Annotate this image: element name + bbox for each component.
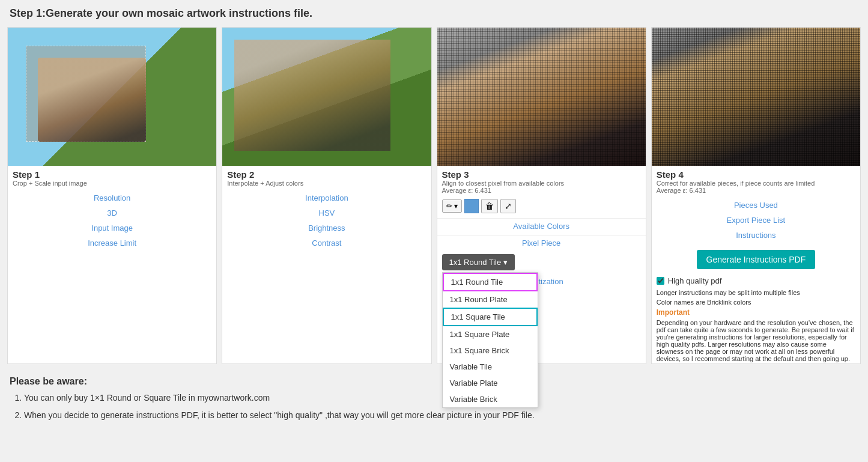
step1-controls: Resolution 3D Input Image Increase Limit [8,188,216,253]
3d-link[interactable]: 3D [8,205,216,220]
notice-list: You can only buy 1×1 Round or Square Til… [10,392,858,422]
contrast-link[interactable]: Contrast [222,236,431,251]
generate-instructions-btn[interactable]: Generate Instructions PDF [697,250,816,269]
step3-image [437,28,646,166]
expand-btn[interactable]: ⤢ [500,199,516,213]
hsv-link[interactable]: HSV [222,205,431,220]
step3-header: Step 3 Align to closest pixel from avail… [437,166,646,195]
interpolation-link[interactable]: Interpolation [222,190,431,205]
step1-panel: Step 1 Crop + Scale input image Resoluti… [7,27,217,364]
step3-panel: Step 3 Align to closest pixel from avail… [437,27,646,364]
piece-type-dropdown-btn[interactable]: 1x1 Round Tile ▾ [442,254,515,270]
color-swatch[interactable] [464,199,479,213]
step4-panel: Step 4 Correct for available pieces, if … [651,27,861,364]
pieces-used-link[interactable]: Pieces Used [652,198,860,213]
dropdown-btn-label: 1x1 Round Tile ▾ [449,258,508,267]
high-quality-row: High quality pdf [652,274,860,288]
step3-title: Step 3 [442,169,641,180]
steps-row: Step 1 Crop + Scale input image Resoluti… [0,25,868,366]
step4-subtitle: Correct for available pieces, if piece c… [657,180,855,187]
available-colors-label[interactable]: Available Colors [437,218,646,234]
brightness-link[interactable]: Brightness [222,220,431,236]
dropdown-item-1x1-square-tile[interactable]: 1x1 Square Tile [443,308,538,326]
info1-text: Longer instructions may be split into mu… [652,288,860,297]
piece-type-dropdown-menu: 1x1 Round Tile 1x1 Round Plate 1x1 Squar… [442,272,538,408]
step2-panel: Step 2 Interpolate + Adjust colors Inter… [222,27,431,364]
notice-item-1: You can only buy 1×1 Round or Square Til… [24,392,858,404]
step3-toolbar: ✏ ▾ 🗑 ⤢ [437,195,646,217]
dropdown-item-1x1-round-plate[interactable]: 1x1 Round Plate [443,291,538,308]
dropdown-item-1x1-square-brick[interactable]: 1x1 Square Brick [443,342,538,359]
pixel-piece-label[interactable]: Pixel Piece [437,235,646,251]
high-quality-checkbox[interactable] [657,277,664,285]
step2-title: Step 2 [227,169,426,180]
instructions-link[interactable]: Instructions [652,228,860,243]
step2-image [222,28,431,166]
input-image-link[interactable]: Input Image [8,220,216,236]
info2-text: Color names are Bricklink colors [652,297,860,307]
export-piece-list-link[interactable]: Export Piece List [652,213,860,228]
step4-avg: Average ε: 6.431 [657,187,855,194]
step2-controls: Interpolation HSV Brightness Contrast [222,188,431,253]
step1-image [8,28,216,166]
step4-title: Step 4 [657,169,855,180]
dropdown-item-variable-brick[interactable]: Variable Brick [443,391,538,407]
trash-btn[interactable]: 🗑 [481,199,498,213]
dropdown-item-1x1-square-plate[interactable]: 1x1 Square Plate [443,326,538,342]
step3-subtitle: Align to closest pixel from available co… [442,180,641,187]
dropdown-item-1x1-round-tile[interactable]: 1x1 Round Tile [443,273,538,291]
page-title: Step 1:Generate your own mosaic artwork … [0,0,868,25]
step2-subtitle: Interpolate + Adjust colors [227,180,426,187]
notice-item-2: When you decide to generate instructions… [24,409,858,422]
step1-header: Step 1 Crop + Scale input image [8,166,216,188]
generate-btn-container: Generate Instructions PDF [652,245,860,274]
notice-title: Please be aware: [10,376,858,387]
pencil-tool-btn[interactable]: ✏ ▾ [442,199,462,213]
step4-image [652,28,860,166]
resolution-link[interactable]: Resolution [8,190,216,205]
piece-type-dropdown-container: 1x1 Round Tile ▾ 1x1 Round Tile 1x1 Roun… [437,251,646,274]
step1-subtitle: Crop + Scale input image [13,180,211,187]
step2-header: Step 2 Interpolate + Adjust colors [222,166,431,188]
dropdown-item-variable-plate[interactable]: Variable Plate [443,375,538,391]
important-body: Depending on your hardware and the resol… [652,318,860,363]
step3-avg: Average ε: 6.431 [442,187,641,194]
important-title: Important [652,307,860,318]
dropdown-item-variable-tile[interactable]: Variable Tile [443,359,538,375]
increase-limit-link[interactable]: Increase Limit [8,236,216,251]
high-quality-label: High quality pdf [668,276,722,285]
step1-title: Step 1 [13,169,211,180]
step4-header: Step 4 Correct for available pieces, if … [652,166,860,195]
step4-links: Pieces Used Export Piece List Instructio… [652,195,860,245]
bottom-notice: Please be aware: You can only buy 1×1 Ro… [0,366,868,422]
